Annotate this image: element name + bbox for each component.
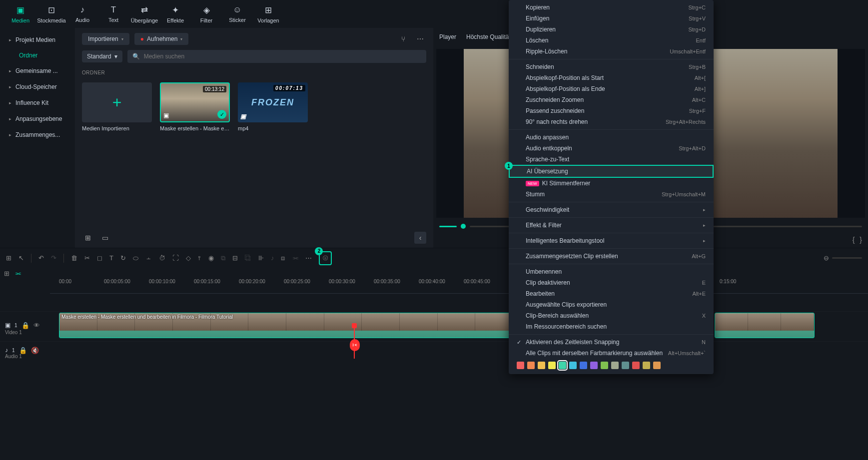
ctx-item[interactable]: LöschenEntf: [509, 35, 714, 46]
ctx-item[interactable]: Clip deaktivierenE: [509, 277, 714, 288]
tl-link-icon[interactable]: ⫘: [14, 270, 21, 277]
adjust-icon[interactable]: ⫠: [145, 254, 152, 262]
color-swatch[interactable]: [527, 362, 535, 369]
import-card[interactable]: +: [82, 82, 152, 122]
color-swatch[interactable]: [653, 362, 661, 369]
color-swatch[interactable]: [643, 362, 650, 369]
sidebar-item[interactable]: ▸Projekt Medien: [4, 32, 71, 48]
ctx-item[interactable]: Abspielkopf-Position als EndeAlt+]: [509, 83, 714, 94]
ctx-item[interactable]: SchneidenStrg+B: [509, 61, 714, 72]
ctx-item[interactable]: Zusammengesetzten Clip erstellenAlt+G: [509, 251, 714, 262]
ctx-item[interactable]: Intelligentes Bearbeitungstool▸: [509, 235, 714, 246]
ctx-item[interactable]: Geschwindigkeit▸: [509, 204, 714, 215]
ctx-item[interactable]: Abspielkopf-Position als StartAlt+[: [509, 72, 714, 83]
timer-icon[interactable]: ⏱: [159, 254, 165, 262]
record-icon[interactable]: ◉: [208, 254, 214, 262]
redo-icon[interactable]: ↷: [51, 254, 56, 262]
ctx-item[interactable]: Ausgewählte Clips exportieren: [509, 299, 714, 310]
color-swatch[interactable]: [569, 362, 577, 369]
chain-icon[interactable]: ⫘: [292, 254, 298, 262]
ctx-item[interactable]: Audio anpassen: [509, 132, 714, 143]
color-swatch[interactable]: [548, 362, 556, 369]
color-swatch[interactable]: [601, 362, 608, 369]
video-clip-2[interactable]: [715, 313, 815, 338]
new-folder-icon[interactable]: ⊞: [82, 232, 94, 244]
color-swatch[interactable]: [611, 362, 619, 369]
media-card[interactable]: FROZEN00:07:13▣mp4: [238, 82, 308, 131]
toolbar-tab-vorlagen[interactable]: ⊞Vorlagen: [253, 0, 284, 28]
pointer-icon[interactable]: ↖: [18, 254, 24, 262]
text-icon[interactable]: T: [109, 254, 113, 262]
collapse-icon[interactable]: ‹: [414, 232, 426, 244]
media-card[interactable]: 00:13:12▣✓Maske erstellen - Maske erst..…: [160, 82, 230, 131]
ctx-item[interactable]: Ripple-LöschenUmschalt+Entf: [509, 46, 714, 57]
toolbar-tab-effekte[interactable]: ✦Effekte: [160, 0, 191, 28]
ctx-item[interactable]: Im Ressourcenbereich suchen: [509, 321, 714, 332]
align-icon[interactable]: ⊪: [258, 254, 264, 262]
color-swatch[interactable]: [559, 362, 566, 369]
ctx-item[interactable]: Zuschneiden ZoomenAlt+C: [509, 94, 714, 105]
sort-dropdown[interactable]: Standard▾: [82, 50, 122, 62]
group-icon[interactable]: ⊟: [232, 254, 238, 262]
ctx-item[interactable]: Sprache-zu-Text: [509, 154, 714, 165]
bracket-out-icon[interactable]: }: [860, 236, 862, 244]
ctx-item[interactable]: Audio entkoppelnStrg+Alt+D: [509, 143, 714, 154]
more-tools-icon[interactable]: ⋯: [305, 254, 312, 262]
ctx-item[interactable]: 1AI Übersetzung: [509, 165, 714, 178]
cut-marker[interactable]: ✂: [350, 339, 360, 351]
record-button[interactable]: ●Aufnehmen▾: [134, 33, 189, 45]
sidebar-item[interactable]: ▸Zusammenges...: [4, 127, 71, 143]
dup-icon[interactable]: ⧈: [281, 254, 285, 262]
toolbar-tab-filter[interactable]: ◈Filter: [191, 0, 222, 28]
toolbar-tab-audio[interactable]: ♪Audio: [67, 0, 98, 28]
sidebar-item[interactable]: ▸Anpasungsebene: [4, 111, 71, 127]
ctx-item[interactable]: Clip-Bereich auswählenX: [509, 310, 714, 321]
ctx-item[interactable]: DuplizierenStrg+D: [509, 24, 714, 35]
toolbar-tab-stockmedia[interactable]: ⊡Stockmedia: [36, 0, 67, 28]
expand-icon[interactable]: ⛶: [172, 254, 179, 262]
ai-tool-highlight[interactable]: 2 ⦾: [319, 251, 332, 265]
bracket-in-icon[interactable]: {: [853, 236, 855, 244]
sidebar-item[interactable]: ▸Influence Kit: [4, 95, 71, 111]
sidebar-subitem[interactable]: Ordner: [4, 48, 71, 63]
more-icon[interactable]: ⋯: [414, 33, 426, 45]
toolbar-tab-sticker[interactable]: ☺Sticker: [222, 0, 253, 28]
color-swatch[interactable]: [622, 362, 629, 369]
ctx-item[interactable]: NEWKI Stimmentferner: [509, 178, 714, 189]
ctx-item[interactable]: Passend zuschneidenStrg+F: [509, 105, 714, 116]
music-icon[interactable]: ♪: [271, 254, 274, 262]
toolbar-tab-medien[interactable]: ▣Medien: [5, 0, 36, 28]
tag-icon[interactable]: ◇: [186, 254, 191, 262]
lock-icon[interactable]: 🔒: [19, 347, 27, 354]
toolbar-tab-text[interactable]: TText: [98, 0, 129, 28]
tl-layout-icon[interactable]: ⊞: [4, 270, 9, 277]
color-swatch[interactable]: [538, 362, 545, 369]
crop-icon[interactable]: ◻: [97, 254, 102, 262]
ctx-item[interactable]: ✓Aktivieren des Zeitleisten SnappingN: [509, 337, 714, 348]
shape-icon[interactable]: ⬭: [133, 254, 138, 262]
folder-icon[interactable]: ▭: [99, 232, 111, 244]
ctx-item[interactable]: KopierenStrg+C: [509, 2, 714, 13]
video-clip-1[interactable]: Maske erstellen - Maske erstellen und be…: [59, 313, 514, 338]
sidebar-item[interactable]: ▸Gemeinsame ...: [4, 63, 71, 79]
ctx-item[interactable]: BearbeitenAlt+E: [509, 288, 714, 299]
ctx-item[interactable]: Umbenennen: [509, 266, 714, 277]
ctx-item[interactable]: 90° nach rechts drehenStrg+Alt+Rechts: [509, 116, 714, 127]
color-swatch[interactable]: [517, 362, 524, 369]
search-input[interactable]: 🔍: [127, 50, 426, 63]
cursor-icon[interactable]: ⊞: [6, 254, 11, 262]
undo-icon[interactable]: ↶: [38, 254, 44, 262]
cut-icon[interactable]: ✂: [84, 254, 90, 262]
sidebar-item[interactable]: ▸Cloud-Speicher: [4, 79, 71, 95]
color-swatch[interactable]: [590, 362, 598, 369]
playhead[interactable]: [354, 326, 355, 359]
zoom-out-icon[interactable]: ⊖: [824, 254, 829, 262]
ctx-item[interactable]: EinfügenStrg+V: [509, 13, 714, 24]
ctx-item[interactable]: StummStrg+Umschalt+M: [509, 189, 714, 200]
import-button[interactable]: Importieren▾: [82, 33, 129, 45]
mute-icon[interactable]: 🔇: [31, 347, 39, 354]
ctx-item[interactable]: Effekt & Filter▸: [509, 220, 714, 231]
copy-icon[interactable]: ⿻: [245, 254, 251, 262]
refresh-icon[interactable]: ↻: [120, 254, 126, 262]
settings-icon[interactable]: ⫯: [198, 254, 201, 262]
